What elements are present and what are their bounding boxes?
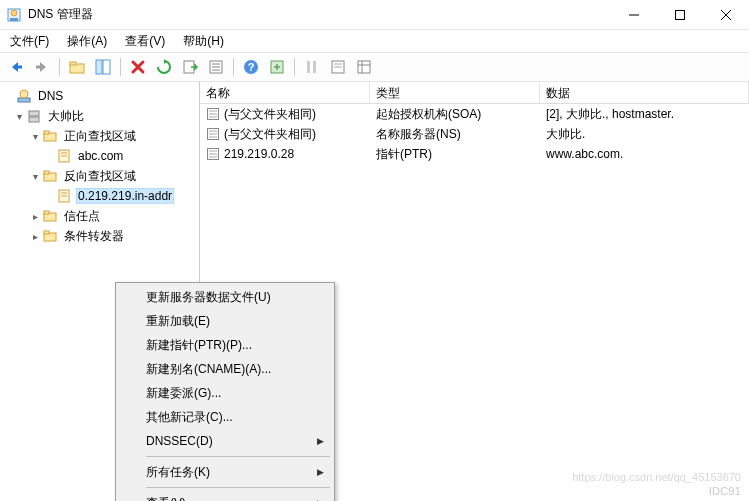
tree-label: 反向查找区域 xyxy=(62,168,138,185)
cell-type: 名称服务器(NS) xyxy=(370,126,540,143)
cm-dnssec[interactable]: DNSSEC(D)▶ xyxy=(118,429,332,453)
svg-rect-21 xyxy=(307,61,310,73)
column-data[interactable]: 数据 xyxy=(540,82,749,103)
cm-separator xyxy=(146,487,330,488)
svg-rect-39 xyxy=(44,171,49,174)
show-hide-button[interactable] xyxy=(91,55,115,79)
menu-help[interactable]: 帮助(H) xyxy=(177,31,230,52)
tool-button-2[interactable] xyxy=(300,55,324,79)
menu-file[interactable]: 文件(F) xyxy=(4,31,55,52)
expander-icon[interactable]: ▸ xyxy=(28,231,42,242)
expander-icon[interactable]: ▾ xyxy=(12,111,26,122)
cell-data: www.abc.com. xyxy=(540,147,749,161)
refresh-button[interactable] xyxy=(152,55,176,79)
cm-new-ptr[interactable]: 新建指针(PTR)(P)... xyxy=(118,333,332,357)
svg-rect-7 xyxy=(17,66,22,69)
up-button[interactable] xyxy=(65,55,89,79)
menu-view[interactable]: 查看(V) xyxy=(119,31,171,52)
cell-name: 219.219.0.28 xyxy=(224,147,294,161)
tree-zone-abc[interactable]: abc.com xyxy=(0,146,199,166)
cm-all-tasks[interactable]: 所有任务(K)▶ xyxy=(118,460,332,484)
svg-point-30 xyxy=(20,90,28,98)
zone-icon xyxy=(56,148,72,164)
cm-other-records[interactable]: 其他新记录(C)... xyxy=(118,405,332,429)
svg-rect-31 xyxy=(29,111,39,116)
cell-data: 大帅比. xyxy=(540,126,749,143)
svg-rect-46 xyxy=(44,231,49,234)
expander-icon[interactable]: ▾ xyxy=(28,171,42,182)
server-icon xyxy=(26,108,42,124)
close-button[interactable] xyxy=(703,0,749,29)
tree-label: 正向查找区域 xyxy=(62,128,138,145)
maximize-button[interactable] xyxy=(657,0,703,29)
cm-new-delegation[interactable]: 新建委派(G)... xyxy=(118,381,332,405)
menu-bar: 文件(F) 操作(A) 查看(V) 帮助(H) xyxy=(0,30,749,52)
folder-icon xyxy=(42,208,58,224)
list-header: 名称 类型 数据 xyxy=(200,82,749,104)
svg-text:?: ? xyxy=(248,61,255,73)
forward-button[interactable] xyxy=(30,55,54,79)
tree-reverse-zones[interactable]: ▾ 反向查找区域 xyxy=(0,166,199,186)
list-row[interactable]: (与父文件夹相同) 名称服务器(NS) 大帅比. xyxy=(200,124,749,144)
svg-rect-22 xyxy=(313,61,316,73)
svg-rect-26 xyxy=(358,61,370,73)
cell-data: [2], 大帅比., hostmaster. xyxy=(540,106,749,123)
window-title: DNS 管理器 xyxy=(28,6,93,23)
svg-rect-34 xyxy=(44,131,49,134)
tree-server[interactable]: ▾ 大帅比 xyxy=(0,106,199,126)
list-row[interactable]: (与父文件夹相同) 起始授权机构(SOA) [2], 大帅比., hostmas… xyxy=(200,104,749,124)
record-icon xyxy=(206,127,220,141)
back-button[interactable] xyxy=(4,55,28,79)
export-button[interactable] xyxy=(178,55,202,79)
svg-rect-12 xyxy=(103,60,110,74)
cm-separator xyxy=(146,456,330,457)
svg-rect-32 xyxy=(29,117,39,122)
tree-conditional-forwarders[interactable]: ▸ 条件转发器 xyxy=(0,226,199,246)
folder-icon xyxy=(42,228,58,244)
svg-rect-44 xyxy=(44,211,49,214)
column-type[interactable]: 类型 xyxy=(370,82,540,103)
tool-button-3[interactable] xyxy=(326,55,350,79)
svg-rect-8 xyxy=(36,66,41,69)
record-icon xyxy=(206,147,220,161)
tree-label: 信任点 xyxy=(62,208,102,225)
context-menu: 更新服务器数据文件(U) 重新加载(E) 新建指针(PTR)(P)... 新建别… xyxy=(115,282,335,501)
menu-action[interactable]: 操作(A) xyxy=(61,31,113,52)
tree-label: abc.com xyxy=(76,149,125,163)
list-row[interactable]: 219.219.0.28 指针(PTR) www.abc.com. xyxy=(200,144,749,164)
help-button[interactable]: ? xyxy=(239,55,263,79)
app-icon xyxy=(6,7,22,23)
tool-button-4[interactable] xyxy=(352,55,376,79)
cm-view[interactable]: 查看(V)▶ xyxy=(118,491,332,501)
window-controls xyxy=(611,0,749,29)
tree-zone-reverse[interactable]: 0.219.219.in-addr xyxy=(0,186,199,206)
toolbar: ? xyxy=(0,52,749,82)
cell-name: (与父文件夹相同) xyxy=(224,106,316,123)
tree-label: 0.219.219.in-addr xyxy=(76,188,174,204)
svg-point-2 xyxy=(11,10,17,16)
column-name[interactable]: 名称 xyxy=(200,82,370,103)
tree-trust-points[interactable]: ▸ 信任点 xyxy=(0,206,199,226)
cm-reload[interactable]: 重新加载(E) xyxy=(118,309,332,333)
tree-root-dns[interactable]: DNS xyxy=(0,86,199,106)
svg-rect-1 xyxy=(10,18,18,21)
tree-label: 大帅比 xyxy=(46,108,86,125)
expander-icon[interactable]: ▾ xyxy=(28,131,42,142)
tree-forward-zones[interactable]: ▾ 正向查找区域 xyxy=(0,126,199,146)
expander-icon[interactable]: ▸ xyxy=(28,211,42,222)
properties-button[interactable] xyxy=(204,55,228,79)
svg-rect-29 xyxy=(18,98,30,102)
content-area: DNS ▾ 大帅比 ▾ 正向查找区域 abc.com ▾ xyxy=(0,82,749,501)
cm-new-cname[interactable]: 新建别名(CNAME)(A)... xyxy=(118,357,332,381)
title-bar: DNS 管理器 xyxy=(0,0,749,30)
tool-button-1[interactable] xyxy=(265,55,289,79)
folder-icon xyxy=(42,128,58,144)
submenu-arrow-icon: ▶ xyxy=(317,436,324,446)
cell-type: 指针(PTR) xyxy=(370,146,540,163)
zone-icon xyxy=(56,188,72,204)
delete-button[interactable] xyxy=(126,55,150,79)
svg-rect-11 xyxy=(96,60,102,74)
cm-update-server-data[interactable]: 更新服务器数据文件(U) xyxy=(118,285,332,309)
minimize-button[interactable] xyxy=(611,0,657,29)
watermark-url: https://blog.csdn.net/qq_45153670 xyxy=(572,471,741,483)
